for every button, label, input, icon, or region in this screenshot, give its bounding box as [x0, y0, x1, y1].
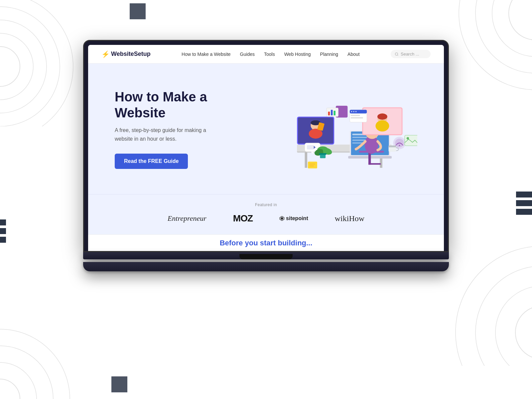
svg-point-16	[456, 246, 532, 366]
laptop-base	[83, 252, 449, 259]
svg-rect-53	[350, 115, 360, 116]
hero-subtitle: A free, step-by-step guide for making a …	[115, 126, 221, 143]
svg-rect-69	[405, 135, 417, 146]
svg-point-14	[495, 286, 532, 366]
svg-point-5	[509, 0, 532, 40]
hero-title: How to Make a Website	[115, 89, 251, 121]
rect-decoration-br	[111, 376, 127, 392]
svg-rect-54	[350, 117, 363, 118]
nav-about[interactable]: About	[347, 52, 360, 57]
bottom-peek-text: Before you start building...	[220, 239, 313, 247]
svg-rect-20	[305, 152, 307, 168]
featured-section: Featured in Entrepreneur MOZ sitepoint w…	[88, 194, 444, 234]
brand-moz: MOZ	[233, 213, 253, 224]
svg-point-6	[492, 0, 532, 57]
navigation: ⚡ WebsiteSetup How to Make a Website Gui…	[88, 45, 444, 64]
brand-sitepoint: sitepoint	[279, 215, 308, 221]
search-icon	[395, 52, 399, 56]
featured-logos: Entrepreneur MOZ sitepoint wikiHow	[101, 213, 431, 224]
svg-point-17	[395, 53, 398, 55]
cta-button[interactable]: Read the FREE Guide	[115, 154, 188, 169]
nav-tools[interactable]: Tools	[264, 52, 275, 57]
svg-point-56	[353, 111, 354, 112]
svg-point-7	[475, 0, 532, 73]
website-content: ⚡ WebsiteSetup How to Make a Website Gui…	[88, 45, 444, 251]
hero-content: How to Make a Website A free, step-by-st…	[115, 89, 251, 169]
svg-rect-32	[368, 163, 380, 165]
laptop-mockup: ⚡ WebsiteSetup How to Make a Website Gui…	[83, 40, 449, 271]
svg-rect-31	[368, 152, 370, 165]
logo-text: WebsiteSetup	[111, 51, 151, 58]
svg-point-3	[0, 7, 60, 126]
svg-rect-60	[331, 110, 332, 115]
svg-rect-59	[328, 111, 330, 115]
search-bar[interactable]: Search ...	[391, 50, 431, 58]
brand-entrepreneur: Entrepreneur	[168, 214, 206, 223]
laptop-screen-outer: ⚡ WebsiteSetup How to Make a Website Gui…	[83, 40, 449, 252]
svg-point-15	[475, 266, 532, 366]
hero-section: How to Make a Website A free, step-by-st…	[88, 64, 444, 194]
svg-rect-77	[319, 153, 326, 155]
svg-point-2	[0, 20, 47, 113]
svg-point-13	[515, 306, 532, 359]
nav-planning[interactable]: Planning	[320, 52, 338, 57]
svg-point-10	[0, 362, 37, 399]
nav-guides[interactable]: Guides	[240, 52, 255, 57]
svg-point-11	[0, 346, 53, 399]
svg-marker-66	[311, 152, 314, 154]
hero-illustration	[251, 82, 418, 176]
svg-rect-67	[307, 145, 314, 149]
svg-point-55	[351, 111, 352, 112]
svg-marker-84	[281, 217, 283, 220]
brand-wikihow: wikiHow	[335, 214, 364, 223]
svg-point-64	[399, 145, 400, 146]
nav-links: How to Make a Website Guides Tools Web H…	[182, 52, 360, 57]
laptop-bottom	[83, 262, 449, 271]
rect-decoration-tl	[130, 3, 146, 19]
illustration-svg	[251, 82, 418, 176]
bottom-peek: Before you start building...	[88, 234, 444, 251]
featured-label: Featured in	[101, 202, 431, 207]
laptop-screen-inner: ⚡ WebsiteSetup How to Make a Website Gui…	[88, 45, 444, 251]
svg-point-48	[377, 113, 387, 120]
svg-point-9	[0, 379, 20, 399]
svg-point-12	[0, 329, 70, 399]
nav-web-hosting[interactable]: Web Hosting	[284, 52, 311, 57]
svg-point-49	[375, 120, 389, 131]
svg-point-4	[0, 0, 73, 126]
svg-line-18	[397, 55, 398, 56]
site-logo[interactable]: ⚡ WebsiteSetup	[101, 50, 151, 58]
search-placeholder: Search ...	[401, 52, 419, 57]
sitepoint-icon	[279, 216, 285, 221]
svg-point-8	[459, 0, 532, 90]
laptop-notch	[239, 254, 293, 259]
svg-point-0	[0, 47, 20, 86]
svg-point-57	[355, 111, 356, 112]
logo-icon: ⚡	[101, 50, 110, 58]
svg-rect-78	[308, 162, 317, 169]
svg-point-1	[0, 33, 33, 100]
nav-how-to[interactable]: How to Make a Website	[182, 52, 231, 57]
svg-rect-82	[388, 145, 396, 147]
svg-rect-61	[333, 110, 335, 115]
circle-group-bl	[0, 286, 113, 399]
rect-decoration-right	[516, 192, 532, 215]
svg-rect-52	[349, 110, 366, 113]
rect-decoration-left	[0, 219, 6, 243]
